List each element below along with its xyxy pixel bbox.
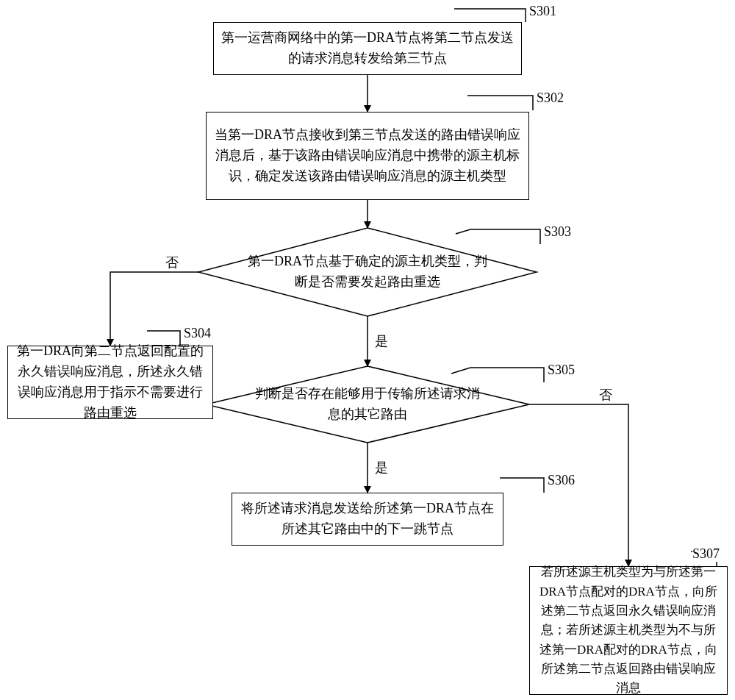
step-s307-text: 若所述源主机类型为与所述第一DRA节点配对的DRA节点，向所述第二节点返回永久错… [537, 562, 720, 698]
label-s307: S307 [692, 546, 720, 562]
label-s304: S304 [184, 326, 211, 341]
step-s306: 将所述请求消息发送给所述第一DRA节点在所述其它路由中的下一跳节点 [232, 493, 503, 546]
edge-s305-yes: 是 [375, 459, 388, 476]
step-s302: 当第一DRA节点接收到第三节点发送的路由错误响应消息后，基于该路由错误响应消息中… [206, 112, 529, 200]
label-s303: S303 [544, 224, 571, 240]
label-s301: S301 [529, 4, 556, 19]
decision-s303: 第一DRA节点基于确定的源主机类型，判断是否需要发起路由重选 [243, 249, 492, 296]
svg-marker-0 [198, 228, 537, 316]
step-s301-text: 第一运营商网络中的第一DRA节点将第二节点发送的请求消息转发给第三节点 [221, 28, 514, 69]
decision-s305-text: 判断是否存在能够用于传输所述请求消息的其它路由 [250, 384, 485, 425]
step-s302-text: 当第一DRA节点接收到第三节点发送的路由错误响应消息后，基于该路由错误响应消息中… [214, 125, 521, 187]
step-s306-text: 将所述请求消息发送给所述第一DRA节点在所述其它路由中的下一跳节点 [240, 499, 495, 540]
label-s302: S302 [537, 90, 564, 106]
label-s306: S306 [548, 473, 575, 488]
step-s304: 第一DRA向第二节点返回配置的永久错误响应消息，所述永久错误响应消息用于指示不需… [7, 346, 213, 419]
decision-s303-text: 第一DRA节点基于确定的源主机类型，判断是否需要发起路由重选 [243, 251, 492, 293]
edge-s305-no: 否 [599, 386, 612, 404]
label-s305: S305 [548, 362, 575, 378]
flowchart-canvas: 第一运营商网络中的第一DRA节点将第二节点发送的请求消息转发给第三节点 S301… [0, 0, 735, 700]
edge-s303-no: 否 [165, 254, 179, 271]
step-s307: 若所述源主机类型为与所述第一DRA节点配对的DRA节点，向所述第二节点返回永久错… [529, 566, 728, 695]
edge-s303-yes: 是 [375, 332, 388, 350]
step-s304-text: 第一DRA向第二节点返回配置的永久错误响应消息，所述永久错误响应消息用于指示不需… [15, 341, 205, 424]
svg-marker-1 [206, 366, 529, 443]
step-s301: 第一运营商网络中的第一DRA节点将第二节点发送的请求消息转发给第三节点 [213, 22, 522, 75]
decision-s305: 判断是否存在能够用于传输所述请求消息的其它路由 [250, 382, 485, 426]
